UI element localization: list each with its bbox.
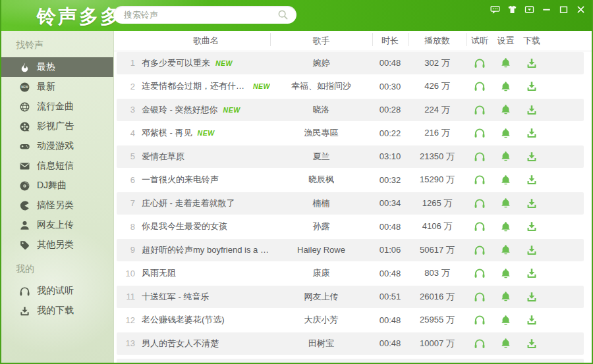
set-ringtone-button[interactable] xyxy=(500,221,511,232)
download-button[interactable] xyxy=(526,104,538,116)
singer: 楠楠 xyxy=(270,197,372,209)
sidebar-item[interactable]: 搞怪另类 xyxy=(1,195,113,215)
sidebar-item-label: 最热 xyxy=(37,61,55,73)
set-ringtone-button[interactable] xyxy=(500,197,511,209)
table-row[interactable]: 12 老公赚钱老婆花(节选) NEW 大庆小芳 00:48 25955 万 xyxy=(114,309,592,332)
set-ringtone-button[interactable] xyxy=(500,57,511,68)
maximize-icon[interactable] xyxy=(558,5,569,14)
set-ringtone-button[interactable] xyxy=(500,244,511,255)
table-row[interactable]: 10 风雨无阻 NEW 康康 00:48 803 万 xyxy=(114,262,592,286)
duration: 03:10 xyxy=(372,151,408,161)
duration: 01:06 xyxy=(372,245,408,255)
menu-icon[interactable] xyxy=(524,5,535,14)
listen-button[interactable] xyxy=(474,57,486,69)
listen-button[interactable] xyxy=(474,267,486,279)
table-row[interactable]: 11 十送红军 - 纯音乐 NEW 网友上传 00:51 26016 万 xyxy=(114,285,592,309)
table-row[interactable]: 9 超好听的铃声my boyfriend is a ga... NEW Hail… xyxy=(114,238,592,262)
skin-icon[interactable] xyxy=(507,5,518,14)
listen-button[interactable] xyxy=(474,151,486,163)
set-ringtone-button[interactable] xyxy=(500,104,511,115)
sidebar-item-label: 影视广告 xyxy=(37,120,74,132)
play-count: 21350 万 xyxy=(408,151,466,163)
download-button[interactable] xyxy=(526,151,538,163)
new-badge-icon: NEW xyxy=(19,82,30,93)
table-row[interactable]: 5 爱情在草原 NEW 夏兰 03:10 21350 万 xyxy=(114,145,592,169)
sidebar-item[interactable]: 动漫游戏 xyxy=(1,136,113,156)
app-window: 铃声多多 搜索铃声 找铃声 xyxy=(0,0,593,364)
table-row[interactable]: 6 一首很火的来电铃声 NEW 晓辰枫 00:32 15290 万 xyxy=(114,169,592,192)
listen-button[interactable] xyxy=(474,314,486,326)
sidebar-item[interactable]: 我的下载 xyxy=(1,301,113,321)
table-row[interactable]: 8 你是我今生最爱的女孩 NEW 孙露 00:48 4106 万 xyxy=(114,215,592,239)
search-box[interactable]: 搜索铃声 xyxy=(113,6,296,24)
set-ringtone-button[interactable] xyxy=(500,128,511,139)
download-button[interactable] xyxy=(526,57,538,69)
download-button[interactable] xyxy=(526,80,538,92)
download-button[interactable] xyxy=(526,291,538,303)
play-count: 302 万 xyxy=(408,57,466,69)
download-button[interactable] xyxy=(526,127,538,139)
play-count: 224 万 xyxy=(408,104,466,116)
table-row[interactable]: 2 连爱情都会过期，还有什么是不... NEW 幸福、如指间沙 00:30 42… xyxy=(114,75,592,99)
sidebar-item[interactable]: 最热 xyxy=(1,57,113,77)
sidebar-item[interactable]: DJ舞曲 xyxy=(1,176,113,195)
close-icon[interactable] xyxy=(575,5,586,14)
minimize-icon[interactable] xyxy=(541,5,552,14)
row-index: 4 xyxy=(114,128,142,138)
download-button[interactable] xyxy=(526,197,538,209)
search-input[interactable]: 搜索铃声 xyxy=(124,9,277,21)
sidebar-item[interactable]: 我的试听 xyxy=(1,281,113,301)
sidebar-item[interactable]: NEW 最新 xyxy=(1,77,113,97)
download-button[interactable] xyxy=(526,314,538,326)
table-row[interactable]: 3 金银玲 - 突然好想你 NEW 晓洛 00:28 224 万 xyxy=(114,98,592,122)
search-icon[interactable] xyxy=(277,9,289,20)
set-ringtone-button[interactable] xyxy=(500,174,511,186)
table-row[interactable]: 13 男人的苦女人不清楚 NEW 田树宝 00:48 10007 万 xyxy=(114,332,592,355)
listen-button[interactable] xyxy=(474,80,486,92)
sidebar-item[interactable]: 信息短信 xyxy=(1,156,113,176)
row-index: 7 xyxy=(114,198,142,208)
sidebar-item-label: 网友上传 xyxy=(37,219,74,231)
duration: 00:32 xyxy=(372,175,408,185)
download-button[interactable] xyxy=(526,174,538,186)
titlebar: 铃声多多 搜索铃声 xyxy=(1,0,592,31)
set-ringtone-button[interactable] xyxy=(500,291,511,302)
sidebar-item[interactable]: 影视广告 xyxy=(1,117,113,136)
listen-button[interactable] xyxy=(474,244,486,256)
table-row[interactable]: 7 庄心妍 - 走着走着就散了 NEW 楠楠 00:34 1265 万 xyxy=(114,192,592,215)
listen-button[interactable] xyxy=(474,291,486,303)
sidebar-item[interactable]: 其他另类 xyxy=(1,235,113,255)
set-ringtone-button[interactable] xyxy=(500,151,511,162)
set-ringtone-button[interactable] xyxy=(500,268,511,279)
table-row[interactable]: 4 邓紫棋 - 再见 NEW 漁民專區 00:22 216 万 xyxy=(114,122,592,145)
listen-button[interactable] xyxy=(474,104,486,116)
listen-button[interactable] xyxy=(474,127,486,139)
table-header: 歌曲名 歌手 时长 播放数 试听 设置 下载 xyxy=(114,31,592,51)
play-count: 10007 万 xyxy=(408,338,466,350)
mail-icon xyxy=(19,161,30,172)
set-ringtone-button[interactable] xyxy=(500,81,511,92)
user-icon xyxy=(19,220,30,231)
row-index: 13 xyxy=(114,338,142,348)
duration: 00:28 xyxy=(372,105,408,115)
table-row[interactable]: 1 有多少爱可以重来 NEW 婉婷 00:48 302 万 xyxy=(114,51,592,75)
sidebar-item[interactable]: 网友上传 xyxy=(1,215,113,235)
listen-button[interactable] xyxy=(474,221,486,232)
download-button[interactable] xyxy=(526,244,538,256)
sidebar-item[interactable]: 流行金曲 xyxy=(1,97,113,117)
window-controls xyxy=(484,5,586,14)
set-ringtone-button[interactable] xyxy=(500,338,511,349)
download-button[interactable] xyxy=(526,338,538,350)
feedback-icon[interactable] xyxy=(490,5,501,14)
song-table: 歌曲名 歌手 时长 播放数 试听 设置 下载 1 有多少爱可以重来 NEW 婉婷… xyxy=(114,31,592,363)
download-button[interactable] xyxy=(526,221,538,232)
download-button[interactable] xyxy=(526,267,538,279)
listen-button[interactable] xyxy=(474,197,486,209)
listen-button[interactable] xyxy=(474,174,486,186)
set-ringtone-button[interactable] xyxy=(500,315,511,326)
song-title: 邓紫棋 - 再见 xyxy=(142,127,192,139)
singer: 婉婷 xyxy=(270,57,372,69)
listen-button[interactable] xyxy=(474,338,486,350)
header-singer: 歌手 xyxy=(270,35,372,47)
row-index: 8 xyxy=(114,222,142,232)
